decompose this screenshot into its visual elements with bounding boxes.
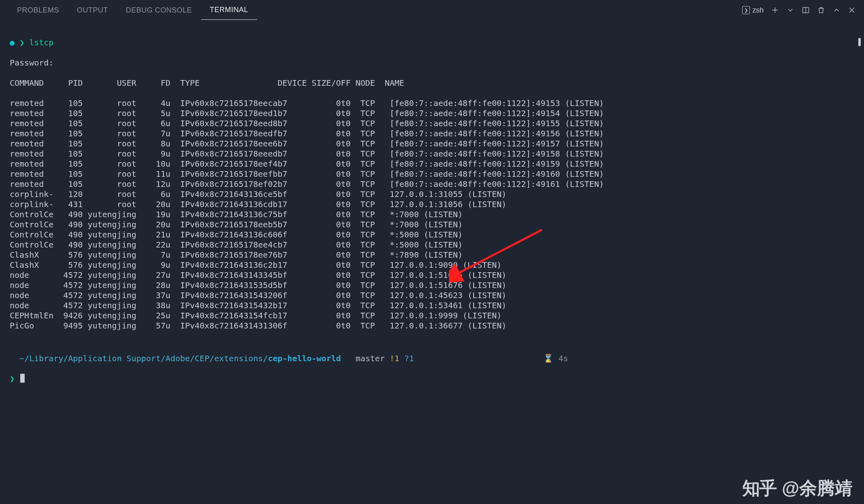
table-row: ControlCe490yutengjing20uIPv60x8c7216517… bbox=[10, 220, 854, 230]
cell-size: 0t0 bbox=[312, 199, 351, 210]
cell-type: IPv4 bbox=[170, 290, 199, 301]
cell-fd: 7u bbox=[136, 250, 170, 260]
table-row: remoted105root5uIPv60x8c72165178eed1b7 0… bbox=[10, 108, 854, 119]
watermark-author: @余腾靖 bbox=[782, 477, 853, 499]
col-node: NODE bbox=[356, 78, 380, 88]
vscode-panel-root: { "tabs": { "problems": "PROBLEMS", "out… bbox=[0, 0, 864, 504]
new-terminal-button[interactable] bbox=[771, 6, 779, 14]
terminal-profile-selector[interactable]: zsh bbox=[742, 6, 764, 15]
cell-type: IPv4 bbox=[170, 189, 199, 199]
terminal-view[interactable]: ● ❯ lstcp Password: COMMANDPIDUSERFDTYPE… bbox=[0, 20, 864, 394]
cell-device: 0x8c721643136c75bf bbox=[200, 210, 307, 220]
cell-user: root bbox=[83, 189, 136, 199]
maximize-panel-button[interactable] bbox=[832, 6, 841, 14]
cell-fd: 12u bbox=[136, 179, 170, 189]
cell-size: 0t0 bbox=[312, 301, 351, 311]
close-panel-button[interactable] bbox=[848, 6, 856, 14]
cell-command: node bbox=[10, 301, 58, 311]
table-row: node4572yutengjing27uIPv40x8c72164314334… bbox=[10, 270, 854, 280]
status-line: ~/Library/Application Support/Adobe/CEP/… bbox=[10, 354, 854, 364]
table-row: remoted105root6uIPv60x8c72165178eed8b7 0… bbox=[10, 119, 854, 129]
watermark: 知乎 @余腾靖 bbox=[742, 477, 853, 499]
cell-command: remoted bbox=[10, 129, 58, 139]
cell-name: [fe80:7::aede:48ff:fe00:1122]:49156 (LIS… bbox=[390, 129, 604, 139]
cell-fd: 4u bbox=[136, 98, 170, 108]
cell-fd: 20u bbox=[136, 199, 170, 210]
cell-pid: 4572 bbox=[58, 270, 83, 280]
tab-terminal[interactable]: TERMINAL bbox=[201, 0, 257, 20]
prompt-line: ● ❯ lstcp bbox=[10, 38, 854, 48]
prompt-line-empty: ❯ bbox=[10, 374, 854, 384]
cell-type: IPv6 bbox=[170, 179, 199, 189]
cell-fd: 20u bbox=[136, 220, 170, 230]
cell-name: *:7000 (LISTEN) bbox=[390, 210, 463, 220]
cell-user: yutengjing bbox=[83, 290, 136, 301]
cell-node: TCP bbox=[360, 189, 385, 199]
prompt-arrow-icon: ❯ bbox=[19, 38, 24, 47]
cell-node: TCP bbox=[360, 139, 385, 149]
cell-fd: 8u bbox=[136, 139, 170, 149]
prompt-arrow-icon: ❯ bbox=[10, 374, 15, 383]
cell-type: IPv6 bbox=[170, 220, 199, 230]
tab-problems[interactable]: PROBLEMS bbox=[8, 1, 68, 20]
cell-size: 0t0 bbox=[312, 260, 351, 270]
tab-output[interactable]: OUTPUT bbox=[68, 1, 117, 20]
cell-user: yutengjing bbox=[83, 280, 136, 290]
cell-type: IPv6 bbox=[170, 98, 199, 108]
cell-name: [fe80:7::aede:48ff:fe00:1122]:49157 (LIS… bbox=[390, 139, 604, 149]
cell-fd: 10u bbox=[136, 159, 170, 169]
cell-size: 0t0 bbox=[312, 290, 351, 301]
cell-device: 0x8c721643143345bf bbox=[200, 270, 307, 280]
cell-device: 0x8c7216431543206f bbox=[200, 290, 307, 301]
cell-user: root bbox=[83, 108, 136, 119]
git-untracked: ?1 bbox=[404, 354, 414, 363]
cell-user: yutengjing bbox=[83, 270, 136, 280]
col-fd: FD bbox=[136, 78, 170, 88]
cell-command: remoted bbox=[10, 149, 58, 159]
close-icon bbox=[848, 6, 856, 14]
cell-user: yutengjing bbox=[83, 220, 136, 230]
tab-debug-console[interactable]: DEBUG CONSOLE bbox=[117, 1, 201, 20]
cell-type: IPv6 bbox=[170, 240, 199, 250]
git-dirty: !1 bbox=[390, 354, 399, 363]
table-row: remoted105root12uIPv60x8c72165178ef02b7 … bbox=[10, 179, 854, 189]
cell-pid: 431 bbox=[58, 199, 83, 210]
cell-size: 0t0 bbox=[312, 220, 351, 230]
cell-fd: 27u bbox=[136, 270, 170, 280]
cell-node: TCP bbox=[360, 301, 385, 311]
terminal-split-dropdown[interactable] bbox=[786, 6, 794, 14]
split-terminal-button[interactable] bbox=[802, 6, 810, 14]
cell-fd: 5u bbox=[136, 108, 170, 119]
cell-command: remoted bbox=[10, 169, 58, 179]
table-row: remoted105root10uIPv60x8c72165178eef4b7 … bbox=[10, 159, 854, 169]
cell-node: TCP bbox=[360, 311, 385, 321]
cell-size: 0t0 bbox=[312, 159, 351, 169]
scrollbar-thumb[interactable] bbox=[858, 38, 861, 46]
cell-command: ControlCe bbox=[10, 230, 58, 240]
password-prompt: Password: bbox=[10, 58, 53, 68]
cwd-dir: cep-hello-world bbox=[268, 354, 341, 363]
table-row: remoted105root4uIPv60x8c72165178eecab7 0… bbox=[10, 98, 854, 108]
cell-pid: 105 bbox=[58, 169, 83, 179]
tab-label: PROBLEMS bbox=[17, 6, 59, 14]
cell-user: yutengjing bbox=[83, 210, 136, 220]
hourglass-icon: ⌛ bbox=[543, 354, 553, 363]
cell-size: 0t0 bbox=[312, 321, 351, 331]
chevron-up-icon bbox=[832, 6, 841, 14]
cell-size: 0t0 bbox=[312, 270, 351, 280]
cell-size: 0t0 bbox=[312, 230, 351, 240]
table-row: CEPHtmlEn9426yutengjing25uIPv40x8c721643… bbox=[10, 311, 854, 321]
cell-fd: 9u bbox=[136, 260, 170, 270]
cell-size: 0t0 bbox=[312, 189, 351, 199]
table-row: node4572yutengjing28uIPv40x8c7216431535d… bbox=[10, 280, 854, 290]
cell-name: 127.0.0.1:31056 (LISTEN) bbox=[390, 199, 506, 210]
cell-command: node bbox=[10, 290, 58, 301]
table-row: ControlCe490yutengjing19uIPv40x8c7216431… bbox=[10, 210, 854, 220]
kill-terminal-button[interactable] bbox=[817, 6, 825, 14]
entered-command: lstcp bbox=[29, 38, 53, 47]
cell-fd: 7u bbox=[136, 129, 170, 139]
table-row: remoted105root8uIPv60x8c72165178eee6b7 0… bbox=[10, 139, 854, 149]
cell-name: *:7890 (LISTEN) bbox=[390, 250, 463, 260]
col-type: TYPE bbox=[170, 78, 199, 88]
cell-device: 0x8c72165178eedfb7 bbox=[200, 129, 307, 139]
